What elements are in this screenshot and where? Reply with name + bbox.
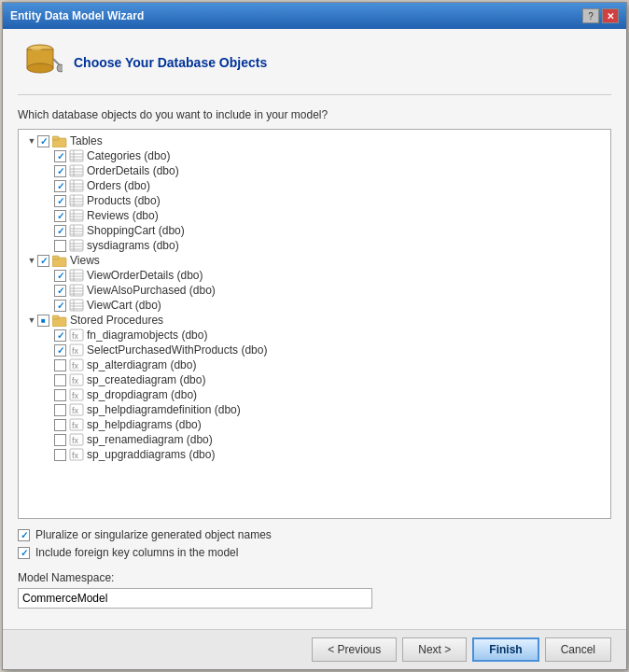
spupgraddiagrams-label: sp_upgraddiagrams (dbo) bbox=[87, 448, 215, 461]
vieworderdetails-label: ViewOrderDetails (dbo) bbox=[87, 269, 203, 282]
table-item-products[interactable]: ▷ Products (dbo) bbox=[22, 193, 607, 208]
views-checkbox[interactable] bbox=[37, 255, 49, 267]
sp-item-fndiagramobjects[interactable]: ▷ fx fn_diagramobjects (dbo) bbox=[22, 328, 607, 343]
storedprocs-checkbox[interactable] bbox=[37, 315, 49, 327]
svg-text:fx: fx bbox=[72, 391, 79, 400]
products-checkbox[interactable] bbox=[54, 195, 66, 207]
svg-text:fx: fx bbox=[72, 436, 79, 445]
shoppingcart-label: ShoppingCart (dbo) bbox=[87, 224, 185, 237]
title-bar-text: Entity Data Model Wizard bbox=[10, 9, 144, 22]
database-icon bbox=[18, 40, 63, 85]
selectpurchasedwithproducts-checkbox[interactable] bbox=[54, 344, 66, 357]
sphelpdiagramdefinition-label: sp_helpdiagramdefinition (dbo) bbox=[87, 403, 241, 416]
title-bar: Entity Data Model Wizard ? ✕ bbox=[3, 3, 626, 29]
svg-text:fx: fx bbox=[72, 346, 79, 356]
close-button[interactable]: ✕ bbox=[602, 8, 619, 23]
spcreatediagram-label: sp_creatediagram (dbo) bbox=[87, 373, 205, 386]
storedprocs-section-header[interactable]: ▼ Stored Procedures bbox=[22, 313, 607, 328]
foreignkey-option-row[interactable]: Include foreign key columns in the model bbox=[18, 546, 611, 559]
pluralize-option-row[interactable]: Pluralize or singularize generated objec… bbox=[18, 528, 611, 541]
sp-item-spcreatediagram[interactable]: ▷ fx sp_creatediagram (dbo) bbox=[22, 372, 607, 387]
sp-item-selectpurchasedwithproducts[interactable]: ▷ fx SelectPurchasedWithProducts (dbo) bbox=[22, 343, 607, 357]
sp-icon: fx bbox=[69, 373, 84, 386]
sp-item-spupgraddiagrams[interactable]: ▷ fx sp_upgraddiagrams (dbo) bbox=[22, 447, 607, 462]
svg-rect-44 bbox=[52, 256, 59, 259]
orders-checkbox[interactable] bbox=[54, 180, 66, 192]
view-item-viewcart[interactable]: ▷ ViewCart (dbo) bbox=[22, 298, 607, 313]
tables-checkbox[interactable] bbox=[37, 135, 49, 147]
viewalsopurchased-checkbox[interactable] bbox=[54, 285, 66, 297]
sp-icon: fx bbox=[69, 358, 84, 371]
namespace-input[interactable] bbox=[18, 588, 372, 609]
options-section: Pluralize or singularize generated objec… bbox=[18, 528, 611, 564]
pluralize-checkbox[interactable] bbox=[18, 529, 30, 541]
sphelpdiagramdefinition-checkbox[interactable] bbox=[54, 404, 66, 416]
sprenamediagram-checkbox[interactable] bbox=[54, 434, 66, 446]
table-icon bbox=[69, 164, 84, 177]
categories-checkbox[interactable] bbox=[54, 150, 66, 162]
storedprocs-expand-arrow[interactable]: ▼ bbox=[26, 315, 37, 326]
spalterdiagram-checkbox[interactable] bbox=[54, 359, 66, 371]
pluralize-label: Pluralize or singularize generated objec… bbox=[35, 528, 272, 541]
spcreatediagram-checkbox[interactable] bbox=[54, 374, 66, 386]
table-item-orders[interactable]: ▷ Orders (dbo) bbox=[22, 178, 607, 193]
title-bar-controls: ? ✕ bbox=[582, 8, 619, 23]
tables-label: Tables bbox=[70, 134, 103, 147]
tables-expand-arrow[interactable]: ▼ bbox=[26, 135, 37, 147]
table-item-reviews[interactable]: ▷ Reviews (dbo) bbox=[22, 208, 607, 223]
sp-icon: fx bbox=[69, 403, 84, 416]
help-button[interactable]: ? bbox=[582, 8, 599, 23]
view-item-viewalsopurchased[interactable]: ▷ ViewAlsoPurchased (dbo) bbox=[22, 283, 607, 298]
sphelpdiagrams-label: sp_helpdiagrams (dbo) bbox=[87, 418, 202, 431]
tree-container[interactable]: ▼ Tables ▷ Categories ( bbox=[18, 129, 611, 519]
storedprocs-label: Stored Procedures bbox=[70, 314, 163, 327]
viewalsopurchased-label: ViewAlsoPurchased (dbo) bbox=[87, 284, 216, 297]
foreignkey-label: Include foreign key columns in the model bbox=[35, 546, 238, 559]
views-section-header[interactable]: ▼ Views bbox=[22, 253, 607, 268]
reviews-label: Reviews (dbo) bbox=[87, 209, 159, 222]
tables-section-header[interactable]: ▼ Tables bbox=[22, 133, 607, 148]
question-label: Which database objects do you want to in… bbox=[18, 108, 611, 121]
sp-item-spdropdiagram[interactable]: ▷ fx sp_dropdiagram (dbo) bbox=[22, 387, 607, 402]
sysdiagrams-label: sysdiagrams (dbo) bbox=[87, 239, 179, 252]
table-item-sysdiagrams[interactable]: ▷ sysdiagrams (dbo) bbox=[22, 238, 607, 253]
views-label: Views bbox=[70, 254, 100, 267]
cancel-button[interactable]: Cancel bbox=[545, 637, 611, 662]
viewcart-checkbox[interactable] bbox=[54, 300, 66, 312]
svg-rect-61 bbox=[52, 315, 59, 319]
svg-point-5 bbox=[31, 47, 42, 50]
spupgraddiagrams-checkbox[interactable] bbox=[54, 449, 66, 461]
vieworderdetails-checkbox[interactable] bbox=[54, 270, 66, 282]
foreignkey-checkbox[interactable] bbox=[18, 547, 30, 559]
fndiagramobjects-checkbox[interactable] bbox=[54, 329, 66, 342]
views-folder-icon bbox=[52, 254, 67, 267]
svg-text:fx: fx bbox=[72, 361, 79, 371]
reviews-checkbox[interactable] bbox=[54, 210, 66, 222]
table-item-shoppingcart[interactable]: ▷ ShoppingCart (dbo) bbox=[22, 223, 607, 238]
spdropdiagram-checkbox[interactable] bbox=[54, 389, 66, 401]
fndiagramobjects-label: fn_diagramobjects (dbo) bbox=[87, 329, 207, 342]
finish-button[interactable]: Finish bbox=[472, 637, 538, 662]
table-item-categories[interactable]: ▷ Categories (dbo) bbox=[22, 148, 607, 163]
table-icon bbox=[69, 194, 84, 207]
table-item-orderdetails[interactable]: ▷ OrderDetails (dbo) bbox=[22, 163, 607, 178]
sphelpdiagrams-checkbox[interactable] bbox=[54, 419, 66, 431]
next-button[interactable]: Next > bbox=[402, 637, 467, 662]
views-expand-arrow[interactable]: ▼ bbox=[26, 255, 37, 266]
sp-item-spalterdiagram[interactable]: ▷ fx sp_alterdiagram (dbo) bbox=[22, 357, 607, 372]
sp-item-sprenamediagram[interactable]: ▷ fx sp_renamediagram (dbo) bbox=[22, 432, 607, 447]
sp-icon: fx bbox=[69, 343, 84, 357]
previous-button[interactable]: < Previous bbox=[312, 637, 397, 662]
sp-icon: fx bbox=[69, 433, 84, 446]
sp-item-sphelpdiagramdefinition[interactable]: ▷ fx sp_helpdiagramdefinition (dbo) bbox=[22, 402, 607, 417]
shoppingcart-checkbox[interactable] bbox=[54, 225, 66, 237]
sp-item-sphelpdiagrams[interactable]: ▷ fx sp_helpdiagrams (dbo) bbox=[22, 417, 607, 432]
header-title: Choose Your Database Objects bbox=[74, 55, 267, 70]
main-content: Choose Your Database Objects Which datab… bbox=[3, 29, 626, 629]
orders-label: Orders (dbo) bbox=[87, 179, 150, 192]
orderdetails-checkbox[interactable] bbox=[54, 165, 66, 177]
sysdiagrams-checkbox[interactable] bbox=[54, 240, 66, 252]
svg-rect-7 bbox=[52, 136, 59, 140]
spalterdiagram-label: sp_alterdiagram (dbo) bbox=[87, 358, 196, 371]
view-item-vieworderdetails[interactable]: ▷ ViewOrderDetails (dbo) bbox=[22, 268, 607, 283]
